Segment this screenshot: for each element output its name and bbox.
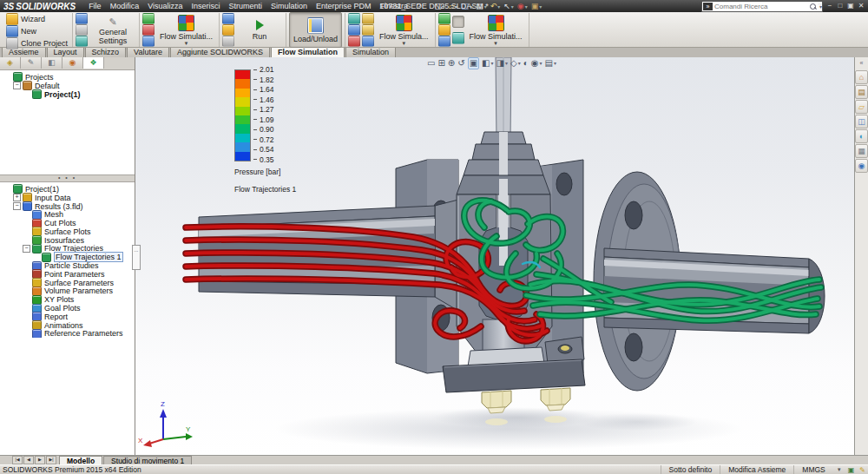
run-button[interactable]: Run xyxy=(236,13,283,47)
view-palette-icon[interactable]: ◫ xyxy=(855,115,868,128)
tree-item[interactable]: Mesh xyxy=(0,210,135,219)
tree-expander[interactable] xyxy=(23,321,30,329)
ribbon-mini-icon[interactable] xyxy=(348,36,360,47)
menu-item[interactable]: File xyxy=(84,2,106,10)
ribbon-mini-icon[interactable] xyxy=(438,36,450,47)
window-switch-button[interactable]: ▣ xyxy=(845,1,856,10)
apply-scene-icon[interactable]: ◉▾ xyxy=(531,58,542,69)
zoom-fit-icon[interactable]: ▭▾ xyxy=(427,58,435,69)
ribbon-mini-icon[interactable] xyxy=(438,24,450,36)
tree-item[interactable]: − Default xyxy=(0,82,135,90)
display-style-icon[interactable]: ◨▾ xyxy=(496,58,508,69)
panel-splitter[interactable]: • • • xyxy=(0,174,135,182)
select-icon[interactable]: ↖▾ xyxy=(503,2,514,10)
tree-item[interactable]: − Results (3.fld) xyxy=(0,202,135,211)
menu-item[interactable]: Finestra xyxy=(376,2,413,10)
menu-item[interactable]: Enterprise PDM xyxy=(312,2,376,10)
help-indicator-icon[interactable]: ▣ xyxy=(845,466,858,474)
menu-item[interactable]: Inserisci xyxy=(187,2,225,10)
menu-item[interactable]: ? xyxy=(412,2,425,10)
tree-item[interactable]: XY Plots xyxy=(0,295,135,304)
custom-properties-icon[interactable]: ▦ xyxy=(855,144,868,158)
command-search-box[interactable]: » ▾ xyxy=(701,1,823,12)
design-library-icon[interactable]: ▤ xyxy=(855,85,868,99)
tree-expander[interactable]: − xyxy=(13,202,21,210)
menu-item[interactable]: Modifica xyxy=(106,2,144,10)
rotate-view-icon[interactable]: ↺▾ xyxy=(457,58,464,69)
tab-nav-prev-icon[interactable]: ◀ xyxy=(23,456,34,464)
ribbon-mini-icon[interactable] xyxy=(362,36,374,47)
flow-legend[interactable]: 2.011.821.641.461.271.090.900.720.540.35… xyxy=(234,69,321,194)
feature-manager-tab[interactable]: ◈ xyxy=(0,57,21,69)
search-scope-icon[interactable]: » xyxy=(703,3,713,10)
save-icon[interactable]: ◫▾ xyxy=(462,2,473,10)
undo-icon[interactable]: ↶▾ xyxy=(490,2,501,10)
tree-item[interactable]: Particle Studies xyxy=(0,261,135,270)
tree-item[interactable]: Flow Trajectories 1 xyxy=(0,253,135,261)
tree-expander[interactable] xyxy=(23,236,30,244)
options-icon[interactable]: ▣▾ xyxy=(531,2,542,10)
close-button[interactable]: ✕ xyxy=(856,1,866,10)
help-button[interactable]: ? xyxy=(814,1,825,10)
tree-item[interactable]: Point Parameters xyxy=(0,270,135,279)
tree-expander[interactable] xyxy=(3,185,11,193)
menu-item[interactable]: Visualizza xyxy=(143,2,187,10)
tree-expander[interactable] xyxy=(23,279,30,286)
ribbon-mini-icon[interactable] xyxy=(452,32,464,44)
menu-item[interactable]: Simulation xyxy=(266,2,312,10)
panel-flyout-handle[interactable]: ∙∙∙ xyxy=(132,245,141,270)
tree-item[interactable]: Surface Plots xyxy=(0,227,135,236)
open-file-icon[interactable]: ▱▾ xyxy=(449,2,458,10)
section-view-icon[interactable]: ▣▾ xyxy=(468,57,479,69)
new-file-icon[interactable]: ▢▾ xyxy=(434,2,445,10)
tree-item[interactable]: Volume Parameters xyxy=(0,287,135,296)
tree-item[interactable]: Projects xyxy=(0,73,135,82)
tree-item[interactable]: Reference Parameters xyxy=(0,330,135,339)
tab-nav-next-icon[interactable]: ▶ xyxy=(35,456,45,464)
tree-expander[interactable] xyxy=(32,253,40,261)
ribbon-mini-icon[interactable] xyxy=(362,24,374,36)
edit-note-icon[interactable]: ✎ xyxy=(857,466,868,474)
hide-show-items-icon[interactable]: ◇▾ xyxy=(510,58,521,69)
print-icon[interactable]: ▤▾ xyxy=(476,2,487,10)
tree-expander[interactable] xyxy=(23,305,30,313)
rebuild-icon[interactable]: ◉▾ xyxy=(517,2,528,10)
graphics-viewport[interactable]: Z Y X ▭▾⊞▾⊕▾↺▾▣▾◧▾◨▾◇▾◐▾◉▾▤▾ 2.011.821. xyxy=(135,57,855,456)
flow-simulation-dropdown-button[interactable]: Flow Simulati... ▾ xyxy=(156,13,216,47)
minimize-button[interactable]: − xyxy=(825,1,835,10)
edit-appearance-icon[interactable]: ◐▾ xyxy=(523,58,529,69)
tree-item[interactable]: Surface Parameters xyxy=(0,279,135,287)
new-project-button[interactable]: New xyxy=(4,25,69,37)
lightbulb-icon[interactable] xyxy=(452,16,464,28)
tree-item[interactable]: Goal Plots xyxy=(0,304,135,313)
tree-expander[interactable] xyxy=(23,296,30,304)
units-selector[interactable]: MMGS xyxy=(793,465,832,474)
tree-expander[interactable] xyxy=(23,330,30,338)
ribbon-mini-icon[interactable] xyxy=(76,13,88,24)
tree-expander[interactable] xyxy=(23,227,30,235)
tree-expander[interactable] xyxy=(23,220,30,227)
tab-nav-first-icon[interactable]: |◀ xyxy=(12,456,23,464)
display-manager-tab[interactable]: ◉ xyxy=(62,57,83,69)
flow-display-dropdown-button[interactable]: Flow Simulati... ▾ xyxy=(466,13,526,47)
zoom-in-out-icon[interactable]: ⊕▾ xyxy=(448,58,455,69)
tree-item[interactable]: + Input Data xyxy=(0,194,135,202)
tree-expander[interactable] xyxy=(23,313,30,320)
wizard-button[interactable]: Wizard xyxy=(4,13,69,25)
ribbon-mini-icon[interactable] xyxy=(348,24,360,36)
tree-item[interactable]: Project(1) xyxy=(0,185,135,194)
clone-project-button[interactable]: Clone Project xyxy=(4,37,69,49)
tree-item[interactable]: Isosurfaces xyxy=(0,236,135,245)
tree-expander[interactable]: − xyxy=(13,82,21,89)
ribbon-mini-icon[interactable] xyxy=(222,13,234,24)
tree-expander[interactable] xyxy=(23,262,30,270)
units-caret-icon[interactable]: ▼ xyxy=(833,467,845,472)
ribbon-mini-icon[interactable] xyxy=(362,13,374,24)
tree-item[interactable]: Cut Plots xyxy=(0,219,135,227)
property-manager-tab[interactable]: ✎ xyxy=(21,57,42,69)
tree-expander[interactable]: + xyxy=(13,194,21,201)
tree-expander[interactable] xyxy=(23,287,30,295)
view-settings-icon[interactable]: ▤▾ xyxy=(545,58,556,69)
forum-icon[interactable]: ◉ xyxy=(855,159,868,173)
menu-item[interactable]: Strumenti xyxy=(225,2,267,10)
